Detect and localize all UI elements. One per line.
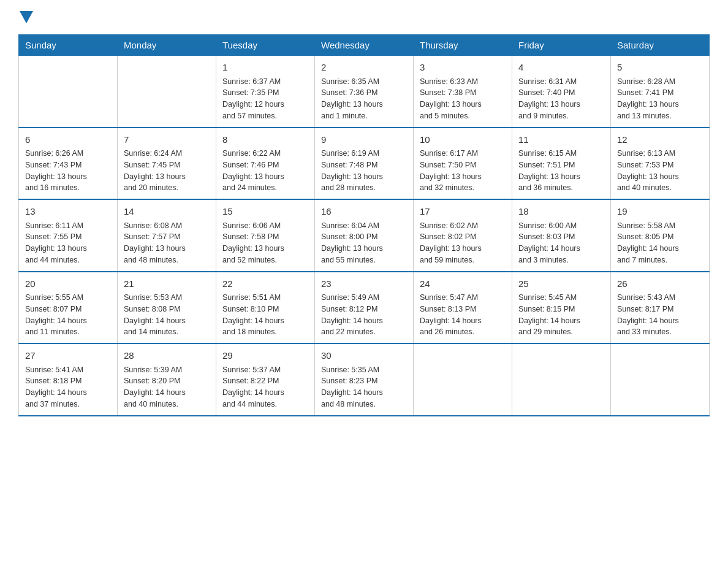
calendar-cell: 27Sunrise: 5:41 AM Sunset: 8:18 PM Dayli… [19, 343, 118, 416]
weekday-header-wednesday: Wednesday [315, 35, 414, 56]
day-info: Sunrise: 6:13 AM Sunset: 7:53 PM Dayligh… [617, 148, 703, 194]
day-number: 19 [617, 205, 703, 219]
day-number: 14 [124, 205, 210, 219]
calendar-cell [611, 343, 710, 416]
calendar-cell: 24Sunrise: 5:47 AM Sunset: 8:13 PM Dayli… [414, 272, 512, 344]
day-number: 18 [518, 205, 604, 219]
day-number: 28 [124, 349, 210, 363]
day-number: 17 [420, 205, 506, 219]
calendar-cell: 28Sunrise: 5:39 AM Sunset: 8:20 PM Dayli… [118, 343, 216, 416]
weekday-header-sunday: Sunday [19, 35, 118, 56]
day-info: Sunrise: 6:17 AM Sunset: 7:50 PM Dayligh… [420, 148, 506, 194]
calendar-cell: 22Sunrise: 5:51 AM Sunset: 8:10 PM Dayli… [216, 272, 315, 344]
page-header [18, 12, 710, 22]
day-info: Sunrise: 6:06 AM Sunset: 7:58 PM Dayligh… [222, 220, 308, 266]
day-info: Sunrise: 6:04 AM Sunset: 8:00 PM Dayligh… [321, 220, 407, 266]
day-info: Sunrise: 5:39 AM Sunset: 8:20 PM Dayligh… [124, 364, 210, 410]
day-info: Sunrise: 6:08 AM Sunset: 7:57 PM Dayligh… [124, 220, 210, 266]
day-number: 7 [124, 133, 210, 147]
calendar-cell: 7Sunrise: 6:24 AM Sunset: 7:45 PM Daylig… [118, 128, 216, 200]
svg-marker-0 [20, 11, 33, 23]
calendar-cell: 12Sunrise: 6:13 AM Sunset: 7:53 PM Dayli… [611, 128, 710, 200]
day-info: Sunrise: 6:26 AM Sunset: 7:43 PM Dayligh… [25, 148, 111, 194]
day-info: Sunrise: 6:15 AM Sunset: 7:51 PM Dayligh… [518, 148, 604, 194]
calendar-cell: 25Sunrise: 5:45 AM Sunset: 8:15 PM Dayli… [512, 272, 611, 344]
day-number: 27 [25, 349, 111, 363]
calendar-cell: 21Sunrise: 5:53 AM Sunset: 8:08 PM Dayli… [118, 272, 216, 344]
day-info: Sunrise: 5:51 AM Sunset: 8:10 PM Dayligh… [222, 292, 308, 338]
day-info: Sunrise: 6:24 AM Sunset: 7:45 PM Dayligh… [124, 148, 210, 194]
day-info: Sunrise: 5:58 AM Sunset: 8:05 PM Dayligh… [617, 220, 703, 266]
day-info: Sunrise: 5:47 AM Sunset: 8:13 PM Dayligh… [420, 292, 506, 338]
day-number: 5 [617, 61, 703, 75]
day-number: 15 [222, 205, 308, 219]
logo [18, 12, 33, 22]
calendar-cell [414, 343, 512, 416]
day-info: Sunrise: 5:43 AM Sunset: 8:17 PM Dayligh… [617, 292, 703, 338]
day-info: Sunrise: 6:35 AM Sunset: 7:36 PM Dayligh… [321, 76, 407, 122]
day-info: Sunrise: 5:35 AM Sunset: 8:23 PM Dayligh… [321, 364, 407, 410]
day-info: Sunrise: 5:41 AM Sunset: 8:18 PM Dayligh… [25, 364, 111, 410]
day-info: Sunrise: 6:00 AM Sunset: 8:03 PM Dayligh… [518, 220, 604, 266]
calendar-cell: 16Sunrise: 6:04 AM Sunset: 8:00 PM Dayli… [315, 199, 414, 272]
calendar-cell: 5Sunrise: 6:28 AM Sunset: 7:41 PM Daylig… [611, 56, 710, 128]
calendar-cell [19, 56, 118, 128]
day-number: 4 [518, 61, 604, 75]
calendar-body: 1Sunrise: 6:37 AM Sunset: 7:35 PM Daylig… [19, 56, 710, 416]
calendar-cell [118, 56, 216, 128]
day-number: 13 [25, 205, 111, 219]
day-info: Sunrise: 5:53 AM Sunset: 8:08 PM Dayligh… [124, 292, 210, 338]
calendar-table: SundayMondayTuesdayWednesdayThursdayFrid… [18, 34, 710, 416]
day-info: Sunrise: 6:33 AM Sunset: 7:38 PM Dayligh… [420, 76, 506, 122]
calendar-cell: 9Sunrise: 6:19 AM Sunset: 7:48 PM Daylig… [315, 128, 414, 200]
day-info: Sunrise: 5:49 AM Sunset: 8:12 PM Dayligh… [321, 292, 407, 338]
weekday-header-thursday: Thursday [414, 35, 512, 56]
calendar-week-row: 20Sunrise: 5:55 AM Sunset: 8:07 PM Dayli… [19, 272, 710, 344]
day-info: Sunrise: 6:02 AM Sunset: 8:02 PM Dayligh… [420, 220, 506, 266]
day-number: 2 [321, 61, 407, 75]
weekday-header-saturday: Saturday [611, 35, 710, 56]
day-number: 22 [222, 277, 308, 291]
day-info: Sunrise: 6:28 AM Sunset: 7:41 PM Dayligh… [617, 76, 703, 122]
day-number: 1 [222, 61, 308, 75]
day-info: Sunrise: 5:37 AM Sunset: 8:22 PM Dayligh… [222, 364, 308, 410]
day-number: 6 [25, 133, 111, 147]
day-info: Sunrise: 6:11 AM Sunset: 7:55 PM Dayligh… [25, 220, 111, 266]
calendar-cell: 15Sunrise: 6:06 AM Sunset: 7:58 PM Dayli… [216, 199, 315, 272]
calendar-cell: 20Sunrise: 5:55 AM Sunset: 8:07 PM Dayli… [19, 272, 118, 344]
day-number: 12 [617, 133, 703, 147]
calendar-cell: 3Sunrise: 6:33 AM Sunset: 7:38 PM Daylig… [414, 56, 512, 128]
calendar-cell: 23Sunrise: 5:49 AM Sunset: 8:12 PM Dayli… [315, 272, 414, 344]
calendar-cell: 17Sunrise: 6:02 AM Sunset: 8:02 PM Dayli… [414, 199, 512, 272]
calendar-cell: 13Sunrise: 6:11 AM Sunset: 7:55 PM Dayli… [19, 199, 118, 272]
day-number: 30 [321, 349, 407, 363]
day-info: Sunrise: 5:45 AM Sunset: 8:15 PM Dayligh… [518, 292, 604, 338]
day-number: 23 [321, 277, 407, 291]
calendar-cell: 14Sunrise: 6:08 AM Sunset: 7:57 PM Dayli… [118, 199, 216, 272]
day-info: Sunrise: 6:31 AM Sunset: 7:40 PM Dayligh… [518, 76, 604, 122]
day-number: 24 [420, 277, 506, 291]
calendar-cell: 18Sunrise: 6:00 AM Sunset: 8:03 PM Dayli… [512, 199, 611, 272]
calendar-week-row: 13Sunrise: 6:11 AM Sunset: 7:55 PM Dayli… [19, 199, 710, 272]
day-number: 8 [222, 133, 308, 147]
day-number: 10 [420, 133, 506, 147]
day-number: 21 [124, 277, 210, 291]
calendar-cell: 1Sunrise: 6:37 AM Sunset: 7:35 PM Daylig… [216, 56, 315, 128]
calendar-cell: 29Sunrise: 5:37 AM Sunset: 8:22 PM Dayli… [216, 343, 315, 416]
calendar-cell [512, 343, 611, 416]
calendar-cell: 26Sunrise: 5:43 AM Sunset: 8:17 PM Dayli… [611, 272, 710, 344]
calendar-cell: 8Sunrise: 6:22 AM Sunset: 7:46 PM Daylig… [216, 128, 315, 200]
calendar-cell: 2Sunrise: 6:35 AM Sunset: 7:36 PM Daylig… [315, 56, 414, 128]
calendar-cell: 10Sunrise: 6:17 AM Sunset: 7:50 PM Dayli… [414, 128, 512, 200]
calendar-cell: 11Sunrise: 6:15 AM Sunset: 7:51 PM Dayli… [512, 128, 611, 200]
calendar-header-row: SundayMondayTuesdayWednesdayThursdayFrid… [19, 35, 710, 56]
weekday-header-tuesday: Tuesday [216, 35, 315, 56]
day-info: Sunrise: 6:19 AM Sunset: 7:48 PM Dayligh… [321, 148, 407, 194]
day-number: 16 [321, 205, 407, 219]
day-info: Sunrise: 6:37 AM Sunset: 7:35 PM Dayligh… [222, 76, 308, 122]
day-number: 25 [518, 277, 604, 291]
calendar-week-row: 1Sunrise: 6:37 AM Sunset: 7:35 PM Daylig… [19, 56, 710, 128]
day-number: 11 [518, 133, 604, 147]
day-number: 9 [321, 133, 407, 147]
calendar-cell: 4Sunrise: 6:31 AM Sunset: 7:40 PM Daylig… [512, 56, 611, 128]
